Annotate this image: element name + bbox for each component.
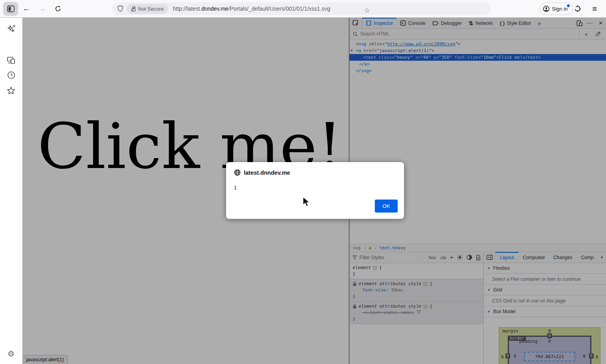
- lock-icon: [353, 282, 357, 286]
- grid-section-header[interactable]: ▼ Grid: [484, 285, 606, 295]
- xmlns-link[interactable]: http://www.w3.org/2000/svg: [387, 41, 455, 47]
- pick-element-button[interactable]: [350, 18, 362, 28]
- alert-message: 1: [234, 185, 398, 190]
- url-text[interactable]: http://latest.dnndev.me/Portals/_default…: [173, 6, 330, 12]
- flexbox-section-header[interactable]: ▼ Flexbox: [484, 263, 606, 274]
- puzzle-icon: [574, 4, 582, 12]
- clock-icon: [7, 71, 15, 79]
- flexbox-message: Select a Flex container or item to conti…: [484, 274, 606, 285]
- tab-changes[interactable]: Changes: [549, 252, 576, 263]
- not-secure-chip[interactable]: Not Secure: [127, 4, 168, 14]
- rules-list: element { } element attributes style: [350, 263, 483, 364]
- eyedropper-button[interactable]: [593, 31, 603, 37]
- reload-button[interactable]: [53, 3, 63, 14]
- tab-layout[interactable]: Layout: [496, 252, 518, 263]
- rule-selector[interactable]: element: [353, 265, 371, 271]
- pseudo-class-button[interactable]: :hov: [428, 255, 436, 260]
- sparkle-icon: [6, 24, 16, 34]
- responsive-mode-button[interactable]: [574, 18, 585, 29]
- rule-element-attributes-textscale[interactable]: element attributes style { -x-text-scale…: [350, 302, 483, 324]
- network-arrows-icon: ⇅: [469, 20, 473, 26]
- tab-debugger[interactable]: Debugger: [429, 18, 465, 28]
- devtools-options-button[interactable]: ⋯: [585, 18, 595, 29]
- border-left-value[interactable]: 0: [505, 353, 510, 358]
- light-scheme-button[interactable]: [457, 254, 463, 260]
- tab-inspector[interactable]: Inspector: [362, 18, 397, 28]
- bookmark-star-icon[interactable]: ☆: [364, 7, 370, 14]
- boxmodel-section-header[interactable]: ▼ Box Model: [484, 306, 606, 317]
- rule-selector[interactable]: element attributes style: [359, 281, 421, 287]
- notification-dot: [567, 4, 570, 7]
- markup-line-svg-close[interactable]: </svg>: [350, 67, 606, 74]
- tab-style-editor[interactable]: { } Style Editor: [496, 18, 535, 28]
- tab-console[interactable]: Console: [397, 18, 429, 28]
- pane-toggle-button[interactable]: [484, 252, 496, 263]
- tabs-dropdown-icon[interactable]: ▼: [600, 252, 606, 263]
- settings-button[interactable]: ⚙: [6, 348, 17, 359]
- rules-panel: Filter Styles :hov .cls +: [350, 252, 484, 364]
- more-tabs-button[interactable]: »: [535, 18, 544, 28]
- filter-icon: [352, 255, 357, 260]
- devtools-tabbar: Inspector Console Debugger ⇅ Network { }…: [350, 18, 606, 29]
- expand-twisty-icon[interactable]: ▼: [351, 47, 353, 54]
- rule-element-attributes-fontsize[interactable]: element attributes style { font-size: 10…: [350, 279, 483, 302]
- create-node-button[interactable]: +: [582, 31, 591, 37]
- layout-panel: Layout Computed Changes Comp ▼ ▼ Flexbox…: [484, 252, 606, 364]
- bookmarks-button[interactable]: [6, 85, 17, 96]
- alert-dialog: latest.dnndev.me 1 OK: [226, 162, 404, 219]
- box-model-content-box[interactable]: 704.867×221: [524, 352, 575, 361]
- markup-line-a[interactable]: ▼<a href="javascript:alert(1)">: [350, 47, 606, 54]
- search-icon: [353, 32, 358, 37]
- shield-icon[interactable]: [117, 5, 123, 12]
- extensions-button[interactable]: [574, 4, 582, 12]
- markup-line-text-selected[interactable]: <text class="heavy" x="40" y="350" font-…: [350, 54, 606, 61]
- margin-left-value[interactable]: 0: [501, 355, 504, 360]
- padding-left-value[interactable]: 0: [514, 354, 516, 359]
- box-model-margin-box[interactable]: margin 0 0 0 border 0 0 0 padding 0 0 0 …: [499, 327, 600, 364]
- sign-in-button[interactable]: Sign in: [539, 2, 573, 15]
- border-right-value[interactable]: 0: [589, 353, 594, 358]
- breadcrumb-item-a[interactable]: a: [369, 245, 372, 250]
- markup-line-a-close[interactable]: </a>: [350, 61, 606, 67]
- tab-compatibility[interactable]: Comp: [576, 252, 595, 263]
- reload-icon: [55, 6, 61, 12]
- tab-network[interactable]: ⇅ Network: [465, 18, 496, 28]
- markup-line-svg[interactable]: <svg xmlns="http://www.w3.org/2000/svg">: [350, 41, 606, 47]
- dark-scheme-button[interactable]: [466, 254, 472, 260]
- breadcrumb-separator: ›: [363, 245, 366, 250]
- sidebar-toggle-button[interactable]: [3, 2, 18, 16]
- padding-right-value[interactable]: 0: [583, 354, 585, 359]
- border-top-value[interactable]: 0: [547, 333, 552, 338]
- menu-button[interactable]: ≡: [589, 3, 600, 14]
- highlight-target-icon[interactable]: [423, 282, 428, 286]
- back-button[interactable]: ←: [21, 3, 32, 14]
- padding-label: padding: [519, 339, 537, 344]
- ai-chatbot-button[interactable]: [6, 23, 17, 34]
- sidebar-tabs: Layout Computed Changes Comp ▼: [484, 252, 606, 263]
- history-button[interactable]: [6, 69, 17, 80]
- synced-tabs-button[interactable]: [6, 55, 17, 66]
- search-html-input[interactable]: Search HTML: [360, 31, 389, 37]
- account-icon: [543, 6, 550, 12]
- add-rule-button[interactable]: +: [450, 254, 453, 261]
- rule-selector[interactable]: element attributes style: [359, 303, 421, 310]
- print-media-button[interactable]: [476, 255, 481, 260]
- url-bar[interactable]: Not Secure http://latest.dnndev.me/Porta…: [112, 2, 490, 15]
- highlight-target-icon[interactable]: [423, 304, 428, 309]
- breadcrumb-item-text-heavy[interactable]: text.heavy: [380, 245, 406, 250]
- rule-element-inline[interactable]: element { }: [350, 263, 483, 279]
- chevron-down-icon: ▼: [487, 288, 490, 292]
- box-model-border-box[interactable]: border 0 0 0 padding 0 0 0 0 704.867×221: [508, 336, 591, 364]
- margin-right-value[interactable]: 0: [595, 355, 598, 360]
- breadcrumb-item-svg[interactable]: svg: [353, 245, 361, 250]
- tab-computed[interactable]: Computed: [518, 252, 549, 263]
- class-toggle-button[interactable]: .cls: [440, 255, 446, 260]
- forward-button[interactable]: →: [37, 3, 47, 14]
- devtools-close-button[interactable]: ✕: [595, 18, 606, 29]
- highlight-target-icon[interactable]: [373, 266, 377, 270]
- declaration-font-size[interactable]: font-size: 10em;: [353, 287, 480, 293]
- ok-button[interactable]: OK: [375, 200, 398, 213]
- padding-top-value[interactable]: 0: [548, 339, 551, 344]
- filter-styles-input[interactable]: Filter Styles: [359, 255, 384, 260]
- declaration-inactive[interactable]: -x-text-scale: none;: [353, 310, 480, 316]
